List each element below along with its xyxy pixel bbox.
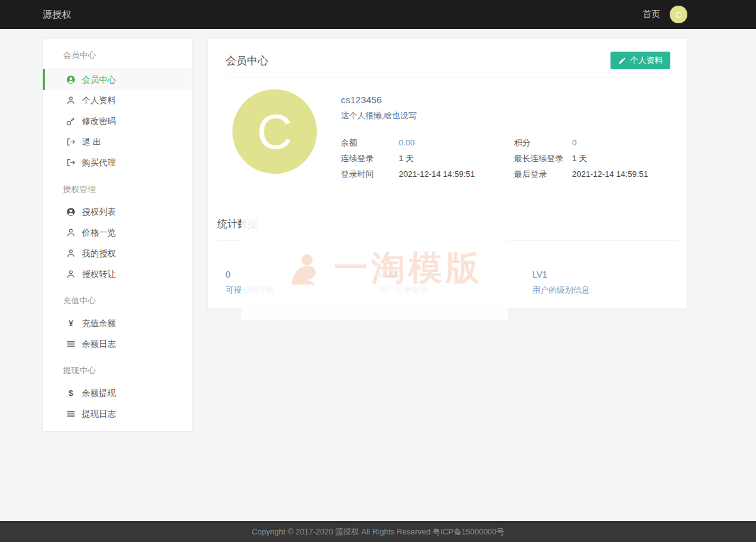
profile-body: cs123456 这个人很懒,啥也没写 余额0.00连续登录1 天登录时间202… — [341, 89, 648, 182]
info-value: 0.00 — [399, 135, 514, 150]
stat-item: 0可授权程序数 — [217, 269, 370, 296]
stat-value: 0 — [226, 269, 370, 279]
user-icon — [66, 269, 76, 279]
user-avatar: C — [232, 89, 317, 174]
sidebar-item-balance-log[interactable]: 余额日志 — [43, 334, 192, 354]
stat-label: 用户的级别信息 — [532, 285, 677, 296]
navbar-avatar[interactable]: C — [670, 6, 687, 23]
sidebar-item-label: 个人资料 — [82, 95, 116, 106]
user-circle-icon — [66, 207, 76, 217]
list-icon — [66, 409, 76, 419]
main-panel: 会员中心 个人资料 C cs123456 这个人很懒,啥也没写 余额0.00连续… — [208, 39, 687, 308]
footer: Copyright © 2017-2020 源授权 All Rights Res… — [0, 521, 756, 542]
copyright-text: Copyright © 2017-2020 源授权 All Rights Res… — [251, 527, 504, 538]
sidebar-section-header: 授权管理 — [43, 173, 192, 201]
main-card-header: 会员中心 个人资料 — [208, 39, 687, 68]
info-label: 最长连续登录 — [514, 150, 572, 166]
stat-label: 可授权程序数 — [226, 285, 370, 296]
stat-label: 用户可用余额 — [379, 285, 524, 296]
info-label: 最后登录 — [514, 166, 572, 182]
sidebar-item-label: 会员中心 — [82, 74, 116, 86]
info-value: 2021-12-14 14:59:51 — [399, 166, 514, 182]
info-label: 积分 — [514, 135, 572, 150]
sidebar-item-logout[interactable]: 退 出 — [43, 132, 192, 152]
sidebar-item-member-center[interactable]: 会员中心 — [43, 69, 192, 90]
stat-item: 0.00用户可用余额 — [370, 269, 524, 296]
nav-link-home[interactable]: 首页 — [643, 9, 660, 20]
sidebar-item-price-list[interactable]: 价格一览 — [43, 222, 192, 243]
profile-info: 余额0.00连续登录1 天登录时间2021-12-14 14:59:51 积分0… — [341, 135, 648, 182]
navbar-inner: 源授权 首页 C — [43, 0, 687, 29]
sidebar-item-change-password[interactable]: 修改密码 — [43, 111, 192, 132]
page-title: 会员中心 — [226, 54, 268, 68]
pencil-icon — [618, 57, 626, 65]
sidebar-section-header: 提现中心 — [43, 354, 192, 383]
profile-section: C cs123456 这个人很懒,啥也没写 余额0.00连续登录1 天登录时间2… — [208, 77, 687, 182]
sidebar: 会员中心会员中心个人资料修改密码退 出购买代理授权管理授权列表价格一览我的授权授… — [43, 39, 192, 431]
sidebar-item-withdraw-log[interactable]: 提现日志 — [43, 404, 192, 424]
sidebar-section-header: 充值中心 — [43, 285, 192, 313]
sidebar-section-header: 会员中心 — [43, 39, 192, 69]
user-bio: 这个人很懒,啥也没写 — [341, 110, 648, 121]
edit-profile-button[interactable]: 个人资料 — [610, 52, 670, 69]
sidebar-item-recharge-balance[interactable]: ¥充值余额 — [43, 313, 192, 334]
edit-profile-button-label: 个人资料 — [630, 55, 663, 66]
sidebar-item-label: 修改密码 — [82, 116, 116, 127]
info-value: 0 — [572, 135, 648, 150]
sign-out-icon — [66, 137, 76, 147]
profile-info-left: 余额0.00连续登录1 天登录时间2021-12-14 14:59:51 — [341, 135, 514, 182]
sidebar-item-label: 价格一览 — [82, 227, 116, 239]
info-label: 连续登录 — [341, 150, 399, 166]
user-icon — [66, 96, 76, 105]
sidebar-item-my-auth[interactable]: 我的授权 — [43, 243, 192, 264]
sidebar-item-label: 充值余额 — [82, 318, 116, 329]
yen-icon: ¥ — [66, 319, 76, 328]
sidebar-item-label: 提现日志 — [82, 409, 116, 420]
username[interactable]: cs123456 — [341, 94, 648, 105]
sidebar-item-auth-transfer[interactable]: 授权转让 — [43, 264, 192, 285]
sidebar-item-label: 授权列表 — [82, 206, 116, 218]
info-value: 2021-12-14 14:59:51 — [572, 166, 648, 182]
stat-value: LV1 — [532, 269, 677, 279]
sign-out-icon — [66, 158, 76, 167]
stats-section-title: 统计数据 — [217, 218, 677, 231]
info-label: 登录时间 — [341, 166, 399, 182]
user-circle-icon — [66, 75, 76, 84]
sidebar-item-buy-agent[interactable]: 购买代理 — [43, 152, 192, 173]
sidebar-item-profile[interactable]: 个人资料 — [43, 90, 192, 111]
user-icon — [66, 249, 76, 258]
sidebar-item-balance-withdraw[interactable]: $余额提现 — [43, 383, 192, 404]
sidebar-item-label: 授权转让 — [82, 269, 116, 280]
sidebar-item-label: 我的授权 — [82, 248, 116, 259]
user-icon — [66, 228, 76, 237]
list-icon — [66, 339, 76, 349]
navbar-right: 首页 C — [643, 6, 687, 23]
brand-logo[interactable]: 源授权 — [43, 9, 71, 21]
sidebar-item-auth-list[interactable]: 授权列表 — [43, 201, 192, 222]
profile-info-right: 积分0最长连续登录1 天最后登录2021-12-14 14:59:51 — [514, 135, 648, 182]
info-value: 1 天 — [572, 150, 648, 166]
sidebar-item-label: 退 出 — [82, 137, 101, 148]
sidebar-item-label: 余额提现 — [82, 388, 116, 399]
stat-value: 0.00 — [379, 269, 524, 279]
sidebar-item-label: 余额日志 — [82, 339, 116, 350]
info-value: 1 天 — [399, 150, 514, 166]
sidebar-item-label: 购买代理 — [82, 157, 116, 169]
top-navbar: 源授权 首页 C — [0, 0, 756, 29]
info-label: 余额 — [341, 135, 399, 150]
stat-item: LV1用户的级别信息 — [524, 269, 677, 296]
stats-row: 0可授权程序数0.00用户可用余额LV1用户的级别信息 — [208, 241, 687, 308]
key-icon — [66, 116, 76, 126]
dollar-icon: $ — [66, 388, 76, 398]
